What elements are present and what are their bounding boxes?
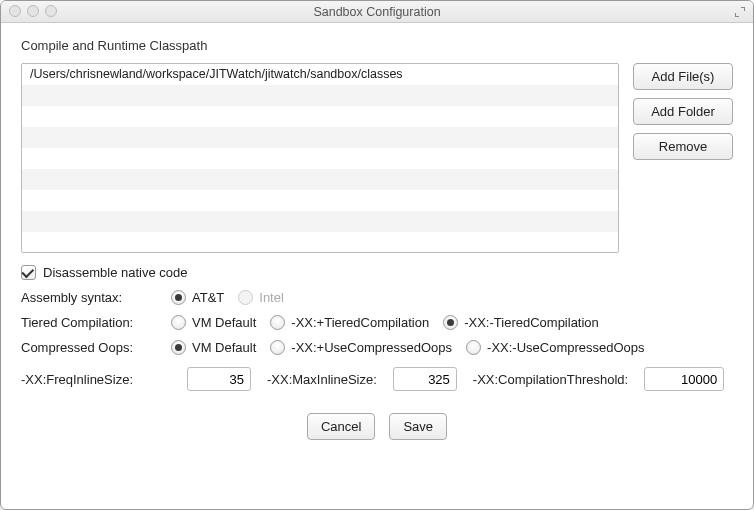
disassemble-label: Disassemble native code	[43, 265, 188, 280]
radio-assembly-att[interactable]: AT&T	[171, 290, 224, 305]
radio-oops-default[interactable]: VM Default	[171, 340, 256, 355]
radio-icon	[270, 340, 285, 355]
assembly-syntax-label: Assembly syntax:	[21, 290, 171, 305]
radio-label: -XX:+UseCompressedOops	[291, 340, 452, 355]
add-files-button[interactable]: Add File(s)	[633, 63, 733, 90]
disassemble-checkbox[interactable]	[21, 265, 36, 280]
max-inline-label: -XX:MaxInlineSize:	[267, 372, 377, 387]
save-button[interactable]: Save	[389, 413, 447, 440]
close-icon[interactable]	[9, 5, 21, 17]
radio-label: -XX:-TieredCompilation	[464, 315, 599, 330]
radio-icon	[443, 315, 458, 330]
radio-label: VM Default	[192, 315, 256, 330]
radio-icon	[171, 290, 186, 305]
radio-icon	[238, 290, 253, 305]
radio-icon	[171, 315, 186, 330]
remove-button[interactable]: Remove	[633, 133, 733, 160]
radio-label: -XX:-UseCompressedOops	[487, 340, 645, 355]
freq-inline-label: -XX:FreqInlineSize:	[21, 372, 171, 387]
radio-label: AT&T	[192, 290, 224, 305]
list-item[interactable]	[22, 106, 618, 127]
radio-tiered-off[interactable]: -XX:-TieredCompilation	[443, 315, 599, 330]
max-inline-input[interactable]	[393, 367, 457, 391]
list-item[interactable]	[22, 127, 618, 148]
list-item[interactable]	[22, 169, 618, 190]
classpath-list[interactable]: /Users/chrisnewland/workspace/JITWatch/j…	[21, 63, 619, 253]
radio-label: VM Default	[192, 340, 256, 355]
titlebar: Sandbox Configuration	[1, 1, 753, 23]
radio-label: Intel	[259, 290, 284, 305]
freq-inline-input[interactable]	[187, 367, 251, 391]
list-item[interactable]	[22, 211, 618, 232]
minimize-icon[interactable]	[27, 5, 39, 17]
list-item[interactable]	[22, 232, 618, 253]
radio-oops-on[interactable]: -XX:+UseCompressedOops	[270, 340, 452, 355]
resize-icon[interactable]	[733, 5, 747, 19]
radio-icon	[171, 340, 186, 355]
list-item[interactable]	[22, 85, 618, 106]
radio-icon	[466, 340, 481, 355]
radio-oops-off[interactable]: -XX:-UseCompressedOops	[466, 340, 645, 355]
list-item[interactable]: /Users/chrisnewland/workspace/JITWatch/j…	[22, 64, 618, 85]
compilation-threshold-input[interactable]	[644, 367, 724, 391]
radio-icon	[270, 315, 285, 330]
radio-tiered-on[interactable]: -XX:+TieredCompilation	[270, 315, 429, 330]
list-item[interactable]	[22, 190, 618, 211]
zoom-icon[interactable]	[45, 5, 57, 17]
compressed-oops-label: Compressed Oops:	[21, 340, 171, 355]
radio-tiered-default[interactable]: VM Default	[171, 315, 256, 330]
list-item[interactable]	[22, 148, 618, 169]
cancel-button[interactable]: Cancel	[307, 413, 375, 440]
tiered-label: Tiered Compilation:	[21, 315, 171, 330]
compilation-threshold-label: -XX:CompilationThreshold:	[473, 372, 628, 387]
radio-label: -XX:+TieredCompilation	[291, 315, 429, 330]
radio-assembly-intel: Intel	[238, 290, 284, 305]
classpath-label: Compile and Runtime Classpath	[21, 38, 733, 53]
window-controls	[9, 5, 57, 17]
window-title: Sandbox Configuration	[313, 5, 440, 19]
add-folder-button[interactable]: Add Folder	[633, 98, 733, 125]
